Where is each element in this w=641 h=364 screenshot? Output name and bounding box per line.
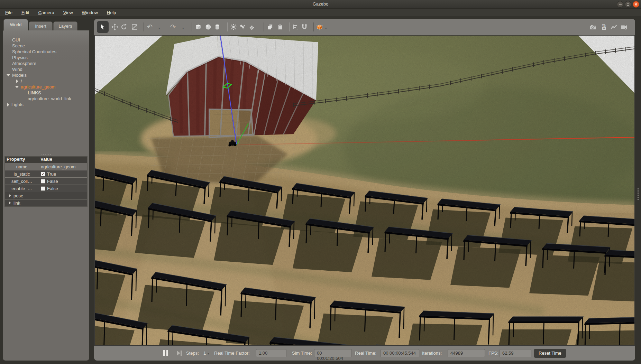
close-button[interactable]: × bbox=[633, 1, 639, 8]
expander-down-icon[interactable] bbox=[15, 86, 19, 88]
tab-world[interactable]: World bbox=[3, 19, 28, 31]
enable-wind-checkbox[interactable] bbox=[41, 186, 45, 191]
menu-help[interactable]: Help bbox=[105, 10, 118, 16]
rotate-tool-button[interactable] bbox=[119, 23, 128, 31]
fps-value-box[interactable]: 62.59 bbox=[500, 349, 531, 357]
paste-button[interactable] bbox=[276, 23, 285, 31]
copy-button[interactable] bbox=[266, 23, 275, 31]
translate-tool-button[interactable] bbox=[110, 23, 119, 31]
tree-item-physics[interactable]: Physics bbox=[3, 55, 89, 60]
view-angle-button[interactable] bbox=[315, 23, 324, 31]
viewport-3d-scene[interactable] bbox=[94, 35, 635, 346]
pause-button[interactable] bbox=[163, 350, 168, 356]
tree-item-root-model[interactable]: / bbox=[3, 78, 89, 84]
plot-button[interactable] bbox=[609, 23, 618, 31]
select-tool-button[interactable] bbox=[97, 21, 109, 33]
window-title: Gazebo bbox=[0, 1, 641, 7]
iterations-label: Iterations: bbox=[422, 351, 442, 356]
menu-camera[interactable]: Camera bbox=[36, 10, 56, 16]
directional-light-icon bbox=[248, 24, 255, 30]
tree-item-agriculture-world-link[interactable]: agriculture_world_link bbox=[3, 96, 89, 102]
align-button[interactable] bbox=[291, 23, 300, 31]
toolbar: ↶ ▾ ↷ ▾ bbox=[94, 19, 635, 35]
screenshot-button[interactable] bbox=[588, 23, 597, 31]
point-light-icon bbox=[230, 24, 237, 30]
toolbar-separator bbox=[227, 22, 227, 31]
is-static-checkbox[interactable] bbox=[41, 172, 45, 176]
self-collide-checkbox[interactable] bbox=[41, 179, 45, 184]
window-controls: × bbox=[617, 1, 639, 8]
tree-item-lights[interactable]: Lights bbox=[3, 102, 89, 108]
undo-dropdown-caret[interactable]: ▾ bbox=[158, 27, 160, 30]
steps-value[interactable]: 1 bbox=[203, 351, 206, 356]
toolbar-separator bbox=[289, 22, 289, 31]
toolbar-separator bbox=[143, 22, 144, 31]
property-table: Property Value name agriculture_geom is_… bbox=[4, 156, 88, 207]
insert-box-button[interactable] bbox=[194, 23, 203, 31]
property-group-pose[interactable]: pose bbox=[5, 192, 87, 199]
scene-tree: GUI Scene Spherical Coordinates Physics … bbox=[3, 37, 89, 108]
step-button[interactable] bbox=[176, 350, 182, 357]
viewport-3d[interactable] bbox=[94, 35, 635, 346]
redo-dropdown-caret[interactable]: ▾ bbox=[182, 27, 184, 30]
directional-light-button[interactable] bbox=[247, 23, 256, 31]
tree-item-agriculture-geom[interactable]: agriculture_geom bbox=[3, 84, 89, 90]
view-angle-dropdown-caret[interactable]: ▾ bbox=[325, 27, 327, 30]
expander-right-icon[interactable] bbox=[9, 194, 11, 197]
menu-file[interactable]: File bbox=[3, 10, 15, 16]
tree-item-atmosphere[interactable]: Atmosphere bbox=[3, 60, 89, 66]
spot-light-button[interactable] bbox=[238, 23, 247, 31]
video-record-button[interactable] bbox=[619, 23, 628, 31]
cylinder-icon bbox=[214, 24, 221, 30]
rtf-label: Real Time Factor: bbox=[214, 351, 250, 356]
redo-button[interactable]: ↷ bbox=[168, 23, 177, 31]
property-group-link[interactable]: link bbox=[5, 199, 87, 206]
camera-icon bbox=[589, 24, 597, 31]
insert-cylinder-button[interactable] bbox=[213, 23, 222, 31]
right-splitter-handle[interactable] bbox=[638, 188, 639, 200]
log-recorder-button[interactable]: LOG bbox=[599, 23, 608, 31]
scale-icon bbox=[131, 24, 138, 30]
reset-time-button[interactable]: Reset Time bbox=[534, 349, 566, 358]
column-property: Property bbox=[5, 157, 39, 163]
property-row-enable-wind[interactable]: enable_… False bbox=[5, 185, 87, 192]
point-light-button[interactable] bbox=[229, 23, 238, 31]
insert-sphere-button[interactable] bbox=[204, 23, 213, 31]
iterations-value-box[interactable]: 44989 bbox=[448, 349, 485, 357]
property-row-is-static[interactable]: is_static True bbox=[5, 170, 87, 177]
snap-button[interactable] bbox=[300, 23, 309, 31]
real-time-value-box[interactable]: 00 00:00:45.544 bbox=[381, 349, 419, 357]
property-row-name[interactable]: name agriculture_geom bbox=[5, 163, 87, 170]
rtf-value-box[interactable]: 1.00 bbox=[256, 349, 286, 357]
menu-edit[interactable]: Edit bbox=[19, 10, 31, 16]
menu-view[interactable]: View bbox=[61, 10, 75, 16]
steps-dropdown-caret[interactable]: ▾ bbox=[208, 352, 209, 355]
maximize-button[interactable] bbox=[625, 1, 631, 8]
content-area: World Insert Layers GUI Scene Spherical … bbox=[0, 16, 641, 364]
expander-right-icon[interactable] bbox=[7, 103, 9, 106]
tab-insert[interactable]: Insert bbox=[29, 21, 53, 31]
expander-right-icon[interactable] bbox=[9, 202, 11, 205]
spot-light-icon bbox=[239, 24, 246, 30]
tree-item-gui[interactable]: GUI bbox=[3, 37, 89, 43]
scale-tool-button[interactable] bbox=[130, 23, 139, 31]
panel-splitter-handle[interactable] bbox=[3, 154, 89, 155]
tree-item-spherical-coordinates[interactable]: Spherical Coordinates bbox=[3, 49, 89, 55]
undo-button[interactable]: ↶ bbox=[145, 23, 154, 31]
sim-time-value-box[interactable]: 00 00:01:20.504 bbox=[314, 349, 352, 357]
main-area: ↶ ▾ ↷ ▾ bbox=[94, 19, 635, 361]
menu-window[interactable]: Window bbox=[80, 10, 100, 16]
tree-item-scene[interactable]: Scene bbox=[3, 43, 89, 49]
tree-item-wind[interactable]: Wind bbox=[3, 66, 89, 72]
magnet-icon bbox=[301, 24, 308, 30]
property-row-self-collide[interactable]: self_coll… False bbox=[5, 177, 87, 185]
sim-time-label: Sim Time: bbox=[292, 351, 312, 356]
tree-item-links[interactable]: LINKS bbox=[3, 90, 89, 96]
paste-icon bbox=[277, 24, 284, 30]
minimize-button[interactable] bbox=[617, 1, 623, 8]
expander-right-icon[interactable] bbox=[16, 80, 18, 83]
tree-item-models[interactable]: Models bbox=[3, 72, 89, 78]
expander-down-icon[interactable] bbox=[7, 74, 10, 76]
left-panel: World Insert Layers GUI Scene Spherical … bbox=[3, 19, 89, 361]
tab-layers[interactable]: Layers bbox=[53, 21, 77, 31]
